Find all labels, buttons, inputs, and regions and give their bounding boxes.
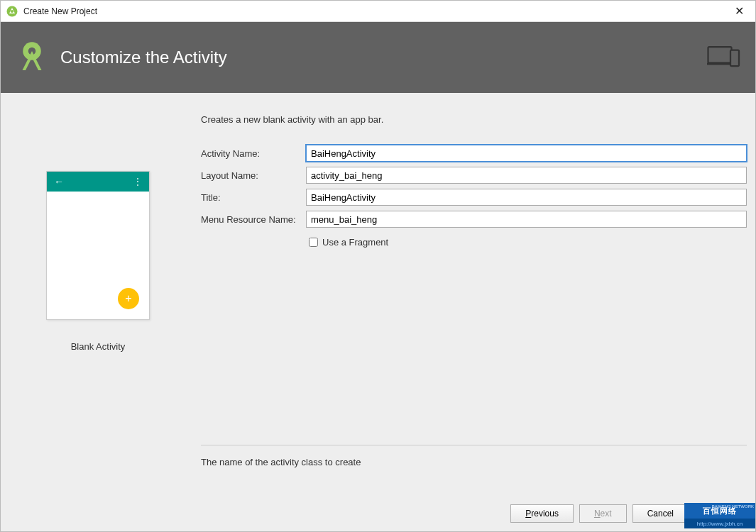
menu-resource-label: Menu Resource Name: <box>201 214 306 225</box>
back-arrow-icon: ← <box>54 176 64 187</box>
overflow-menu-icon: ⋮ <box>133 179 142 184</box>
fab-icon: + <box>118 288 139 309</box>
activity-name-input[interactable] <box>306 145 747 162</box>
dialog-window: Create New Project ✕ Customize the Activ… <box>0 0 756 532</box>
header-title: Customize the Activity <box>60 48 707 67</box>
layout-name-input[interactable] <box>306 167 747 184</box>
activity-name-row: Activity Name: <box>201 145 747 162</box>
title-row: Title: <box>201 189 747 206</box>
activity-preview: ← ⋮ + <box>46 171 150 320</box>
layout-name-label: Layout Name: <box>201 170 306 181</box>
preview-appbar: ← ⋮ <box>47 172 149 192</box>
next-button: Next <box>579 504 627 523</box>
wizard-header: Customize the Activity <box>1 22 755 93</box>
description-text: Creates a new blank activity with an app… <box>201 114 747 125</box>
watermark-url: http://www.jxbh.cn <box>684 519 755 528</box>
close-icon[interactable]: ✕ <box>729 4 750 18</box>
title-label: Title: <box>201 192 306 203</box>
cancel-button[interactable]: Cancel <box>632 504 689 523</box>
layout-name-row: Layout Name: <box>201 167 747 184</box>
titlebar: Create New Project ✕ <box>1 1 755 22</box>
use-fragment-label: Use a Fragment <box>322 237 388 248</box>
preview-column: ← ⋮ + Blank Activity <box>9 114 187 531</box>
device-icon <box>707 45 741 70</box>
use-fragment-checkbox[interactable] <box>309 238 318 247</box>
hint-text: The name of the activity class to create <box>201 457 747 467</box>
menu-resource-input[interactable] <box>306 211 747 228</box>
form-column: Creates a new blank activity with an app… <box>187 114 747 531</box>
watermark: 百恒网络 BAIHENG NETWORK http://www.jxbh.cn <box>684 503 755 531</box>
main-content: ← ⋮ + Blank Activity Creates a new blank… <box>1 93 755 531</box>
menu-resource-row: Menu Resource Name: <box>201 211 747 228</box>
window-title: Create New Project <box>23 6 97 16</box>
button-bar: Previous Next Cancel Finish <box>1 496 755 531</box>
previous-button[interactable]: Previous <box>510 504 574 523</box>
app-icon <box>6 6 18 17</box>
svg-rect-5 <box>707 63 733 65</box>
svg-point-1 <box>11 10 13 13</box>
hint-separator <box>201 445 747 445</box>
activity-name-label: Activity Name: <box>201 148 306 159</box>
preview-label: Blank Activity <box>71 341 126 352</box>
watermark-top: 百恒网络 BAIHENG NETWORK <box>684 503 755 519</box>
title-input[interactable] <box>306 189 747 206</box>
use-fragment-row: Use a Fragment <box>201 235 747 249</box>
svg-rect-6 <box>730 50 739 67</box>
android-studio-logo-icon <box>15 40 49 74</box>
watermark-sub: BAIHENG NETWORK <box>712 504 754 509</box>
svg-rect-4 <box>708 47 732 63</box>
